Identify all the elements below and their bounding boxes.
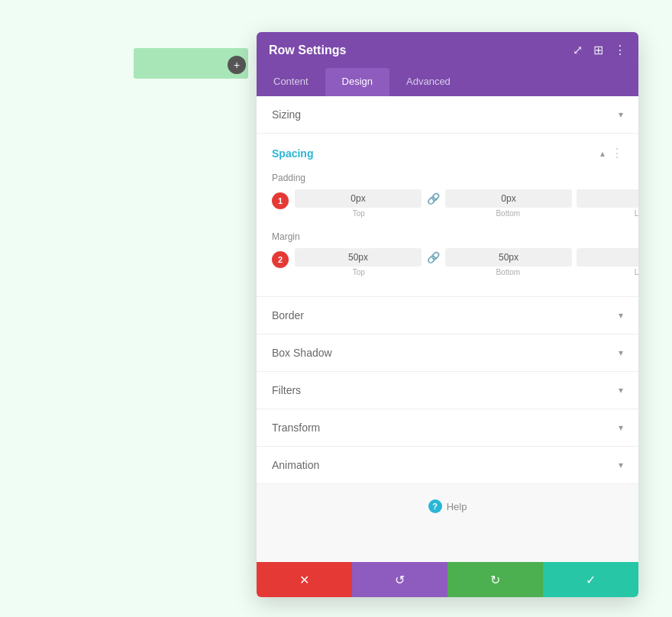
padding-lr-labels: Left Right [577,209,638,218]
padding-full-row: 🔗 Top Bottom [295,189,638,218]
row-settings-panel: Row Settings ⤢ ⊞ ⋮ Content Design Advanc… [257,32,638,597]
padding-top-label: Top [295,209,423,218]
columns-icon[interactable]: ⊞ [593,43,603,57]
margin-label: Margin [272,231,623,242]
margin-link-icon[interactable]: 🔗 [424,251,443,263]
panel-title: Row Settings [269,44,346,57]
add-row-button[interactable]: + [228,56,246,74]
box-shadow-section: Box Shadow ▾ [257,334,638,372]
save-icon: ✓ [586,573,596,587]
animation-chevron: ▾ [619,460,623,470]
margin-bottom-input[interactable] [445,248,572,267]
animation-title: Animation [272,459,319,471]
spacing-chevron-up[interactable]: ▴ [600,148,605,159]
filters-title: Filters [272,384,301,396]
border-chevron: ▾ [619,310,623,321]
filters-header[interactable]: Filters ▾ [257,372,638,409]
padding-inputs-wrapper: 🔗 Top Bottom [295,189,638,218]
margin-left-input[interactable] [577,248,638,267]
border-title: Border [272,309,304,321]
save-button[interactable]: ✓ [543,562,638,597]
padding-top-input[interactable] [295,189,422,208]
border-section: Border ▾ [257,297,638,334]
padding-tb-inputs: 🔗 [295,189,572,208]
more-icon[interactable]: ⋮ [614,43,626,57]
margin-bottom-label: Bottom [444,268,573,276]
transform-section: Transform ▾ [257,409,638,447]
margin-left-block: 🔗 Top Bottom [295,248,572,276]
spacing-content: Padding 1 🔗 Top [257,173,638,296]
box-shadow-title: Box Shadow [272,347,332,359]
redo-icon: ↻ [490,573,500,587]
margin-tb-labels: Top Bottom [295,268,572,276]
transform-title: Transform [272,422,320,434]
padding-lr-inputs: </> [577,189,638,208]
tab-design[interactable]: Design [325,68,389,96]
tab-advanced[interactable]: Advanced [389,68,467,96]
padding-row: 1 🔗 Top [272,189,623,218]
margin-top-label: Top [295,268,423,276]
margin-lr-inputs: </> [577,248,638,267]
padding-left-label: Left [577,209,638,218]
margin-top-input[interactable] [295,248,422,267]
transform-header[interactable]: Transform ▾ [257,409,638,446]
margin-right-block: </> Left Right [577,248,638,276]
redo-button[interactable]: ↻ [447,562,543,597]
cancel-icon: ✕ [299,573,309,587]
undo-button[interactable]: ↺ [352,562,447,597]
spacing-section-icons: ▴ ⋮ [600,146,623,160]
expand-icon[interactable]: ⤢ [573,43,583,57]
sizing-chevron: ▾ [619,109,623,120]
padding-left-input[interactable] [577,189,638,208]
spacing-section: Spacing ▴ ⋮ Padding 1 [257,134,638,297]
spacing-title: Spacing [272,147,313,160]
margin-left-label: Left [577,268,638,276]
tab-content[interactable]: Content [257,68,325,96]
animation-section: Animation ▾ [257,447,638,484]
undo-icon: ↺ [395,573,405,587]
transform-chevron: ▾ [619,422,623,433]
margin-lr-labels: Left Right [577,268,638,276]
panel-body: Sizing ▾ Spacing ▴ ⋮ Padding 1 [257,96,638,562]
filters-section: Filters ▾ [257,372,638,409]
help-icon: ? [428,499,442,513]
cancel-button[interactable]: ✕ [257,562,352,597]
sizing-title: Sizing [272,108,301,121]
help-row: ? Help [257,484,638,528]
spacing-header[interactable]: Spacing ▴ ⋮ [257,134,638,173]
padding-bottom-label: Bottom [444,209,573,218]
padding-bottom-input[interactable] [445,189,572,208]
margin-row: 2 🔗 Top [272,248,623,276]
box-shadow-header[interactable]: Box Shadow ▾ [257,334,638,371]
padding-tb-labels: Top Bottom [295,209,572,218]
padding-right-block: </> Left Right [577,189,638,218]
filters-chevron: ▾ [619,385,623,396]
spacing-more-icon[interactable]: ⋮ [611,146,623,160]
panel-header: Row Settings ⤢ ⊞ ⋮ [257,32,638,68]
margin-inputs-wrapper: 🔗 Top Bottom [295,248,638,276]
panel-header-icons: ⤢ ⊞ ⋮ [573,43,626,57]
border-header[interactable]: Border ▾ [257,297,638,334]
sizing-header[interactable]: Sizing ▾ [257,96,638,133]
box-shadow-chevron: ▾ [619,347,623,358]
padding-left-block: 🔗 Top Bottom [295,189,572,218]
padding-link-icon[interactable]: 🔗 [424,192,443,205]
margin-tb-inputs: 🔗 [295,248,572,267]
padding-badge: 1 [272,192,289,209]
sizing-section: Sizing ▾ [257,96,638,134]
animation-header[interactable]: Animation ▾ [257,447,638,483]
margin-badge: 2 [272,251,289,268]
margin-full-row: 🔗 Top Bottom [295,248,638,276]
padding-label: Padding [272,173,623,183]
help-label[interactable]: Help [447,501,467,512]
panel-footer: ✕ ↺ ↻ ✓ [257,562,638,597]
tabs-bar: Content Design Advanced [257,68,638,96]
